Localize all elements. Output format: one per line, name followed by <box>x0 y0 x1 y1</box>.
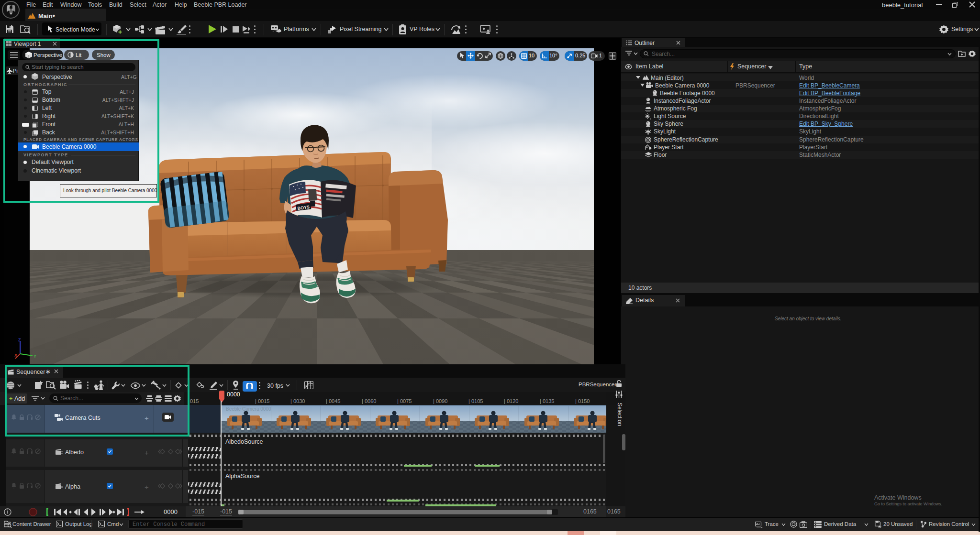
svg-text:X: X <box>14 353 17 358</box>
svg-text:Beeble Camera 0000: Beeble Camera 0000 <box>226 406 271 412</box>
svg-text:Z: Z <box>18 338 21 342</box>
svg-text:Y: Y <box>33 354 36 359</box>
